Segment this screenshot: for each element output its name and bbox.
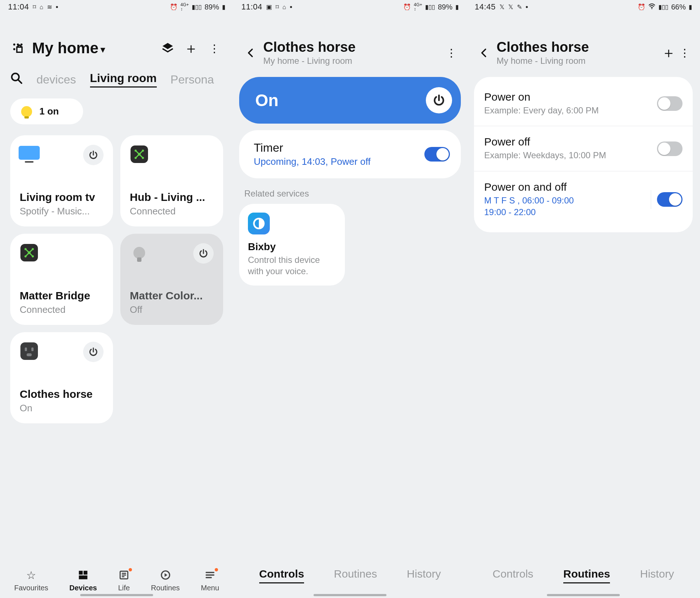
bixby-description: Control this device with your voice. <box>248 254 336 277</box>
more-vert-icon: ⋮ <box>209 42 220 55</box>
power-button[interactable] <box>193 243 214 264</box>
add-routine-button[interactable]: ＋ <box>661 45 677 61</box>
lights-on-count: 1 on <box>39 106 59 117</box>
timer-detail: Upcoming, 14:03, Power off <box>254 156 370 167</box>
smartthings-icon[interactable] <box>11 41 25 55</box>
nav-devices[interactable]: Devices <box>69 569 97 592</box>
status-bar: 11:04 ▣ ⌑ ⌂ • ⏰ 4G+↕ ▮▯▯ 89% ▮ <box>233 0 467 14</box>
signal-icon: ▮▯▯ <box>658 4 668 10</box>
more-button[interactable]: ⋮ <box>677 45 693 61</box>
device-card-clothes-horse[interactable]: Clothes horse On <box>10 332 113 423</box>
device-title: Clothes horse <box>263 39 355 55</box>
signal-icon: ▮▯▯ <box>192 4 202 10</box>
status-more-icon: • <box>526 3 528 11</box>
device-card-tv[interactable]: Living room tv Spotify - Music... <box>10 135 113 226</box>
nav-favourites[interactable]: ☆ Favourites <box>14 569 48 592</box>
hub-icon <box>20 243 39 262</box>
plug-icon <box>20 342 39 361</box>
nav-life[interactable]: Life <box>118 569 130 592</box>
device-status: Spotify - Music... <box>20 206 104 217</box>
divider <box>651 190 651 209</box>
tab-personal[interactable]: Persona <box>171 73 214 86</box>
screen-devices: 11:04 ⌑ ⌂ ≋ • ⏰ 4G+↕ ▮▯▯ 89% ▮ My home ▾… <box>0 0 233 598</box>
tab-controls[interactable]: Controls <box>259 568 304 583</box>
device-card-matter-bridge[interactable]: Matter Bridge Connected <box>10 234 113 325</box>
status-bar: 14:45 𝕏 𝕏 ✎ • ⏰ ▮▯▯ 66% ▮ <box>467 0 700 14</box>
search-button[interactable] <box>10 72 23 87</box>
detail-tabs: Controls Routines History <box>467 568 700 598</box>
wifi-icon <box>648 3 656 11</box>
tab-routines[interactable]: Routines <box>563 568 610 583</box>
screen-device-routines: 14:45 𝕏 𝕏 ✎ • ⏰ ▮▯▯ 66% ▮ Clothes horse … <box>467 0 700 598</box>
map-3d-button[interactable] <box>160 40 176 56</box>
more-button[interactable]: ⋮ <box>443 45 459 61</box>
news-icon <box>119 569 129 581</box>
cast-icon: ⌑ <box>276 4 279 10</box>
lights-on-summary[interactable]: 1 on <box>10 98 83 124</box>
svg-rect-25 <box>83 571 88 575</box>
home-icon: ⌂ <box>40 4 43 10</box>
tab-all-devices[interactable]: devices <box>36 73 76 86</box>
nav-label: Menu <box>201 584 219 592</box>
home-indicator[interactable] <box>314 594 386 596</box>
tab-history[interactable]: History <box>407 568 441 583</box>
status-time: 11:04 <box>8 2 29 12</box>
hub-icon <box>130 145 149 164</box>
routine-toggle[interactable] <box>657 192 682 207</box>
timer-toggle[interactable] <box>424 147 450 162</box>
status-more-icon: • <box>56 3 58 11</box>
device-status: Connected <box>20 304 104 315</box>
routine-power-on[interactable]: Power on Example: Every day, 6:00 PM <box>474 81 693 126</box>
battery-percent: 89% <box>438 3 452 11</box>
nav-label: Life <box>118 584 130 592</box>
plus-icon: ＋ <box>661 43 676 63</box>
routine-detail: Example: Every day, 6:00 PM <box>484 105 599 116</box>
nav-label: Favourites <box>14 584 48 592</box>
nav-menu[interactable]: Menu <box>201 569 219 592</box>
dropdown-caret-icon: ▾ <box>101 44 105 55</box>
nav-routines[interactable]: Routines <box>151 569 180 592</box>
battery-percent: 89% <box>205 3 219 11</box>
routine-title: Power on <box>484 91 599 103</box>
more-button[interactable]: ⋮ <box>206 40 222 56</box>
power-state-label: On <box>255 90 279 110</box>
svg-line-21 <box>29 249 33 253</box>
device-title: Clothes horse <box>497 39 589 55</box>
power-toggle-button[interactable] <box>426 87 452 113</box>
tab-living-room[interactable]: Living room <box>90 71 157 88</box>
battery-icon: ▮ <box>689 4 692 10</box>
back-button[interactable] <box>241 43 261 63</box>
timer-card[interactable]: Timer Upcoming, 14:03, Power off <box>239 130 461 178</box>
bixby-name: Bixby <box>248 241 336 253</box>
bixby-card[interactable]: Bixby Control this device with your voic… <box>239 204 345 286</box>
power-button[interactable] <box>83 145 104 165</box>
alarm-icon: ⏰ <box>170 4 178 10</box>
svg-rect-26 <box>79 575 87 579</box>
tab-history[interactable]: History <box>640 568 674 583</box>
device-card-hub[interactable]: Hub - Living ... Connected <box>120 135 223 226</box>
routine-power-on-off[interactable]: Power on and off M T F S , 06:00 - 09:00… <box>474 171 693 228</box>
location-dropdown[interactable]: My home ▾ <box>32 39 105 57</box>
related-services-label: Related services <box>233 189 467 204</box>
power-state-panel[interactable]: On <box>239 77 461 124</box>
device-name: Matter Color... <box>130 290 214 302</box>
battery-percent: 66% <box>671 3 686 11</box>
back-button[interactable] <box>474 43 494 63</box>
device-location: My home - Living room <box>263 56 355 66</box>
tab-controls[interactable]: Controls <box>493 568 533 583</box>
device-card-matter-color[interactable]: Matter Color... Off <box>120 234 223 325</box>
notification-dot-icon <box>129 568 132 571</box>
alarm-icon: ⏰ <box>403 4 411 10</box>
add-button[interactable]: ＋ <box>183 40 199 56</box>
home-indicator[interactable] <box>80 594 153 596</box>
alarm-icon: ⏰ <box>638 4 645 10</box>
routine-toggle[interactable] <box>657 96 682 111</box>
play-circle-icon <box>160 569 171 581</box>
routine-toggle[interactable] <box>657 141 682 156</box>
routine-power-off[interactable]: Power off Example: Weekdays, 10:00 PM <box>474 126 693 171</box>
tab-routines[interactable]: Routines <box>334 568 377 583</box>
home-indicator[interactable] <box>547 594 620 596</box>
routines-list: Power on Example: Every day, 6:00 PM Pow… <box>474 77 693 232</box>
battery-icon: ▮ <box>222 4 225 10</box>
power-button[interactable] <box>83 342 104 362</box>
